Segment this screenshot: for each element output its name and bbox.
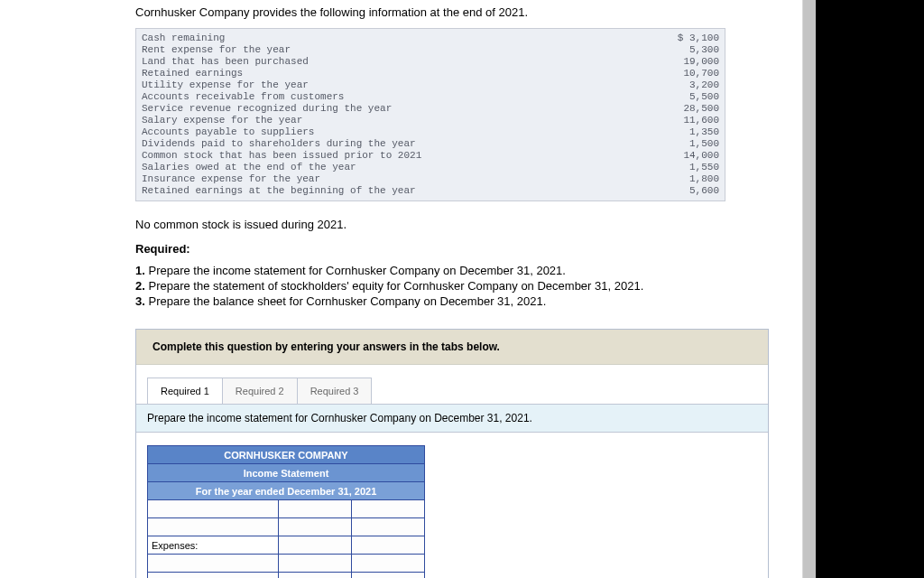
given-amount: 5,600: [656, 185, 719, 197]
cell-a1[interactable]: [148, 500, 278, 517]
sheet-company: CORNHUSKER COMPANY: [148, 446, 425, 464]
cell-c1[interactable]: [352, 500, 424, 517]
requirement-item: 1. Prepare the income statement for Corn…: [135, 263, 803, 278]
given-row: Retained earnings10,700: [142, 68, 719, 79]
given-amount: 14,000: [656, 150, 719, 162]
cell-b2[interactable]: [279, 518, 351, 536]
given-data-box: Cash remaining$ 3,100Rent expense for th…: [135, 28, 725, 201]
given-amount: 28,500: [656, 103, 719, 115]
given-label: Land that has been purchased: [142, 56, 309, 68]
given-row: Retained earnings at the beginning of th…: [142, 185, 719, 197]
given-row: Common stock that has been issued prior …: [142, 150, 719, 162]
tab-required-3[interactable]: Required 3: [297, 378, 373, 404]
given-amount: $ 3,100: [656, 33, 719, 44]
given-label: Salary expense for the year: [142, 115, 302, 126]
tab-prompt: Prepare the income statement for Cornhus…: [136, 404, 768, 433]
right-gutter: [816, 0, 924, 578]
note-text: No common stock is issued during 2021.: [135, 218, 803, 231]
scrollbar-thumb[interactable]: [803, 0, 816, 578]
given-row: Accounts payable to suppliers1,350: [142, 126, 719, 138]
cell-b4[interactable]: [279, 555, 351, 572]
given-row: Salary expense for the year11,600: [142, 115, 719, 126]
given-label: Accounts payable to suppliers: [142, 126, 314, 138]
income-statement-table: CORNHUSKER COMPANY Income Statement For …: [147, 445, 425, 578]
given-amount: 1,800: [656, 173, 719, 185]
given-label: Retained earnings: [142, 68, 243, 79]
given-row: Dividends paid to shareholders during th…: [142, 138, 719, 150]
given-label: Retained earnings at the beginning of th…: [142, 185, 416, 197]
tab-required-2[interactable]: Required 2: [222, 378, 298, 404]
required-heading: Required:: [135, 242, 803, 256]
given-amount: 5,500: [656, 91, 719, 103]
given-row: Service revenue recognized during the ye…: [142, 103, 719, 115]
intro-text: Cornhusker Company provides the followin…: [135, 5, 803, 19]
tab-required-1[interactable]: Required 1: [147, 378, 223, 404]
cell-a5[interactable]: [148, 573, 278, 578]
cell-a4[interactable]: [148, 555, 278, 572]
given-label: Dividends paid to shareholders during th…: [142, 138, 416, 150]
given-amount: 5,300: [656, 44, 719, 56]
given-label: Utility expense for the year: [142, 79, 309, 91]
given-label: Salaries owed at the end of the year: [142, 162, 356, 173]
given-row: Utility expense for the year3,200: [142, 79, 719, 91]
requirement-item: 3. Prepare the balance sheet for Cornhus…: [135, 294, 803, 309]
given-row: Rent expense for the year5,300: [142, 44, 719, 56]
given-amount: 19,000: [656, 56, 719, 68]
given-label: Service revenue recognized during the ye…: [142, 103, 392, 115]
requirement-item: 2. Prepare the statement of stockholders…: [135, 278, 803, 294]
cell-c5[interactable]: [352, 573, 424, 578]
cell-c4[interactable]: [352, 555, 424, 572]
requirements-list: 1. Prepare the income statement for Corn…: [135, 263, 803, 309]
sheet-title: Income Statement: [148, 464, 425, 482]
cell-c3[interactable]: [352, 536, 424, 554]
given-label: Common stock that has been issued prior …: [142, 150, 421, 162]
given-amount: 11,600: [656, 115, 719, 126]
cell-b3[interactable]: [279, 536, 351, 554]
given-amount: 3,200: [656, 79, 719, 91]
given-row: Salaries owed at the end of the year1,55…: [142, 162, 719, 173]
scrollbar-track[interactable]: [802, 0, 816, 578]
given-label: Rent expense for the year: [142, 44, 291, 56]
cell-c2[interactable]: [352, 518, 424, 536]
given-row: Accounts receivable from customers5,500: [142, 91, 719, 103]
sheet-period: For the year ended December 31, 2021: [148, 482, 425, 500]
given-label: Accounts receivable from customers: [142, 91, 344, 103]
given-amount: 1,350: [656, 126, 719, 138]
cell-a2[interactable]: [148, 518, 278, 536]
tabs: Required 1 Required 2 Required 3: [147, 378, 768, 404]
given-amount: 1,550: [656, 162, 719, 173]
panel-instruction: Complete this question by entering your …: [136, 330, 768, 365]
given-row: Cash remaining$ 3,100: [142, 33, 719, 44]
cell-b1[interactable]: [279, 500, 351, 517]
given-row: Land that has been purchased19,000: [142, 56, 719, 68]
answer-panel: Complete this question by entering your …: [135, 329, 769, 578]
given-row: Insurance expense for the year1,800: [142, 173, 719, 185]
given-label: Cash remaining: [142, 33, 225, 44]
answer-sheet: CORNHUSKER COMPANY Income Statement For …: [147, 445, 768, 578]
expenses-label: Expenses:: [148, 536, 279, 555]
given-amount: 10,700: [656, 68, 719, 79]
cell-b5[interactable]: [279, 573, 351, 578]
given-label: Insurance expense for the year: [142, 173, 320, 185]
given-amount: 1,500: [656, 138, 719, 150]
